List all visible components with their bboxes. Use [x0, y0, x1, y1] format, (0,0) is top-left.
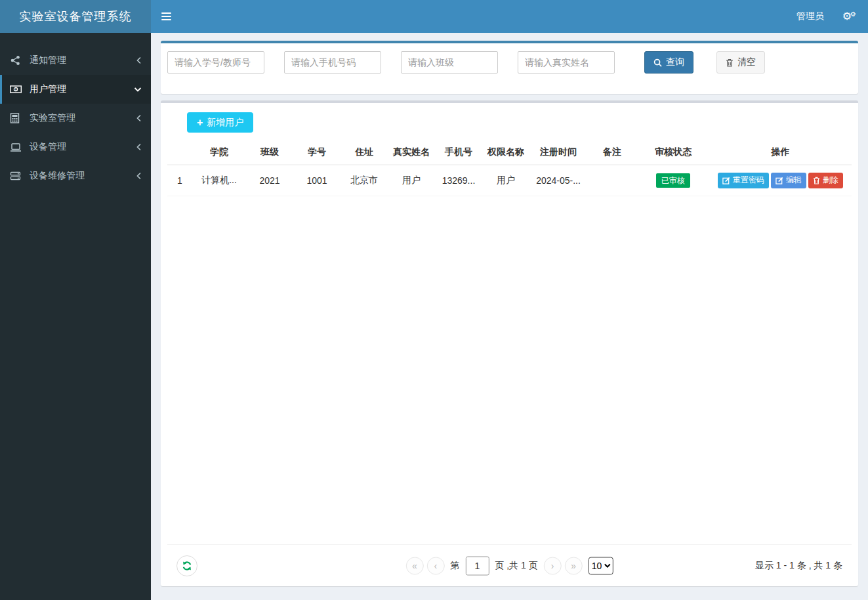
col-college: 学院 — [192, 140, 246, 165]
col-real-name: 真实姓名 — [388, 140, 435, 165]
col-address: 住址 — [341, 140, 388, 165]
table-row: 1 计算机... 2021 1001 北京市 用户 13269... 用户 20… — [167, 165, 852, 196]
chevron-left-icon — [136, 172, 142, 180]
app-title: 实验室设备管理系统 — [20, 9, 132, 24]
next-page-button[interactable]: › — [544, 557, 562, 574]
sidebar-menu: 通知管理 1 用户管理 实验室管理 — [0, 33, 151, 190]
student-id-input[interactable] — [167, 51, 264, 74]
clear-button[interactable]: 清空 — [716, 51, 765, 74]
sidebar-item-notification-management[interactable]: 通知管理 — [0, 46, 151, 75]
trash-icon — [813, 177, 820, 184]
trash-icon — [726, 58, 734, 67]
last-page-button[interactable]: » — [565, 557, 583, 574]
col-index — [167, 140, 192, 165]
app-logo[interactable]: 实验室设备管理系统 — [0, 0, 151, 33]
top-header: 实验室设备管理系统 管理员 ⚙⚙ — [0, 0, 868, 33]
last-page-icon: » — [571, 561, 576, 571]
cell-college: 计算机... — [192, 165, 246, 196]
svg-text:1: 1 — [14, 87, 16, 91]
cell-actions: 重置密码 编辑 删除 — [709, 165, 852, 196]
col-role: 权限名称 — [482, 140, 529, 165]
plus-icon: + — [197, 118, 203, 128]
laptop-icon — [10, 142, 24, 152]
edit-button[interactable]: 编辑 — [771, 173, 806, 188]
hamburger-icon — [161, 12, 171, 14]
page-prefix-label: 第 — [450, 560, 459, 572]
col-phone: 手机号 — [435, 140, 482, 165]
sidebar-item-label: 用户管理 — [30, 83, 66, 95]
app-window: 实验室设备管理系统 管理员 ⚙⚙ 通知管理 — [0, 0, 868, 600]
sidebar-item-equipment-repair-management[interactable]: 设备维修管理 — [0, 161, 151, 190]
current-user-label[interactable]: 管理员 — [796, 11, 824, 22]
delete-button[interactable]: 删除 — [808, 173, 843, 188]
sidebar-item-label: 设备管理 — [30, 141, 66, 153]
user-table-panel: + 新增用户 学院 班级 学号 住址 真实姓名 — [161, 100, 858, 586]
table-header-row: 学院 班级 学号 住址 真实姓名 手机号 权限名称 注册时间 备注 审核状态 操… — [167, 140, 852, 165]
cell-real-name: 用户 — [388, 165, 435, 196]
status-badge: 已审核 — [656, 173, 690, 188]
col-actions: 操作 — [709, 140, 852, 165]
chevron-left-icon — [136, 143, 142, 151]
navbar: 管理员 ⚙⚙ — [151, 0, 868, 33]
cell-index: 1 — [167, 165, 192, 196]
edit-square-icon — [722, 177, 730, 184]
sidebar-item-lab-management[interactable]: 实验室管理 — [0, 104, 151, 133]
phone-input[interactable] — [284, 51, 381, 74]
server-icon — [10, 171, 24, 181]
page-size-select[interactable]: 10 — [589, 557, 613, 574]
cell-phone: 13269... — [435, 165, 482, 196]
money-card-icon: 1 — [10, 85, 24, 94]
pagination: « ‹ 第 页 ,共 1 页 › » 10 — [405, 556, 613, 575]
sidebar: 通知管理 1 用户管理 实验室管理 — [0, 33, 151, 600]
chevron-left-icon — [136, 56, 142, 64]
cell-class: 2021 — [246, 165, 293, 196]
first-page-icon: « — [412, 561, 417, 571]
calculator-icon — [10, 113, 24, 123]
col-audit-status: 审核状态 — [637, 140, 709, 165]
edit-square-icon — [775, 177, 783, 184]
refresh-icon — [182, 561, 192, 571]
next-page-icon: › — [551, 561, 554, 571]
cell-student-no: 1001 — [293, 165, 341, 196]
reset-password-button[interactable]: 重置密码 — [718, 173, 769, 188]
navbar-right: 管理员 ⚙⚙ — [796, 11, 868, 22]
sidebar-item-label: 设备维修管理 — [30, 170, 85, 182]
search-icon — [653, 58, 662, 67]
sidebar-item-label: 通知管理 — [30, 54, 66, 66]
table-footer: « ‹ 第 页 ,共 1 页 › » 10 显示 1 - 1 条 , 共 1 条 — [167, 544, 852, 586]
first-page-button[interactable]: « — [405, 557, 423, 574]
col-remark: 备注 — [587, 140, 637, 165]
user-table: 学院 班级 学号 住址 真实姓名 手机号 权限名称 注册时间 备注 审核状态 操… — [167, 140, 852, 196]
sidebar-item-user-management[interactable]: 1 用户管理 — [0, 75, 151, 104]
settings-gears-icon[interactable]: ⚙⚙ — [842, 11, 856, 22]
class-input[interactable] — [401, 51, 498, 74]
add-user-button[interactable]: + 新增用户 — [187, 112, 253, 133]
real-name-input[interactable] — [518, 51, 615, 74]
refresh-button[interactable] — [176, 555, 197, 576]
cell-register-time: 2024-05-... — [529, 165, 587, 196]
main-content: 查询 清空 + 新增用户 — [151, 33, 868, 600]
cell-role: 用户 — [482, 165, 529, 196]
sidebar-toggle-button[interactable] — [151, 0, 181, 33]
sidebar-item-equipment-management[interactable]: 设备管理 — [0, 133, 151, 161]
page-suffix-label: 页 ,共 1 页 — [495, 560, 537, 572]
col-register-time: 注册时间 — [529, 140, 587, 165]
prev-page-button[interactable]: ‹ — [426, 557, 444, 574]
record-summary-label: 显示 1 - 1 条 , 共 1 条 — [755, 560, 846, 572]
page-number-input[interactable] — [465, 556, 489, 575]
query-button[interactable]: 查询 — [644, 51, 693, 74]
prev-page-icon: ‹ — [434, 561, 437, 571]
chevron-left-icon — [136, 114, 142, 122]
search-panel: 查询 清空 — [161, 41, 858, 94]
cell-address: 北京市 — [341, 165, 388, 196]
cell-remark — [587, 165, 637, 196]
chevron-down-icon — [134, 87, 142, 93]
cell-audit-status: 已审核 — [637, 165, 709, 196]
share-alt-icon — [10, 55, 24, 66]
col-class: 班级 — [246, 140, 293, 165]
col-student-no: 学号 — [293, 140, 341, 165]
sidebar-item-label: 实验室管理 — [30, 112, 75, 124]
